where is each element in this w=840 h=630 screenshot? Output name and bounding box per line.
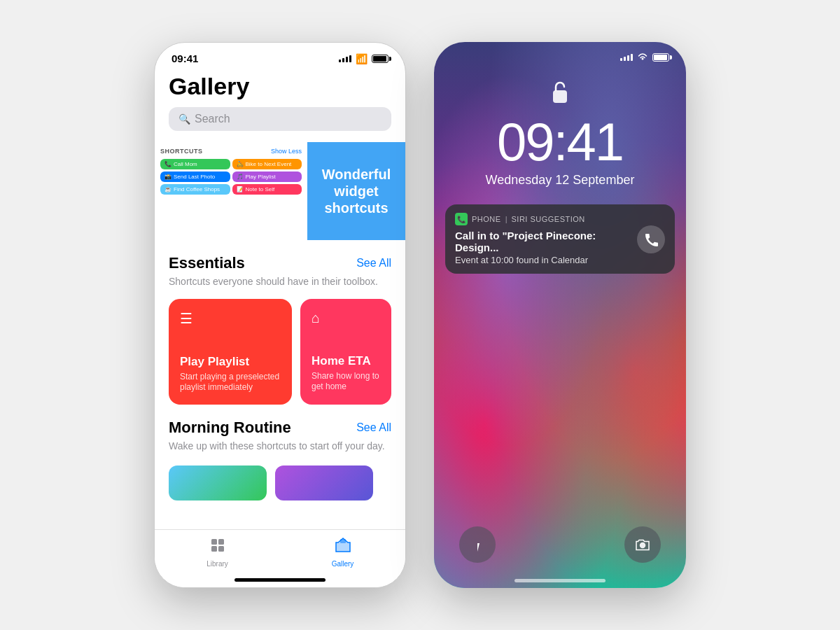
tab-gallery[interactable]: Gallery	[280, 537, 405, 568]
morning-subtitle: Wake up with these shortcuts to start of…	[155, 440, 405, 463]
signal-bar-1	[339, 59, 341, 62]
essentials-header: Essentials See All	[155, 254, 405, 275]
lock-icon	[434, 80, 686, 110]
morning-card-1[interactable]	[169, 465, 267, 500]
tab-library[interactable]: Library	[155, 537, 280, 568]
widget-btn-note[interactable]: 📝Note to Self	[232, 184, 302, 195]
svg-rect-3	[218, 546, 224, 552]
morning-cards-preview	[155, 463, 405, 505]
widget-btn-photo[interactable]: 📸Send Last Photo	[160, 172, 230, 182]
shortcut-card-home-eta[interactable]: ⌂ Home ETA Share how long to get home	[300, 299, 391, 405]
widget-buttons: 📞Call Mom 🚴Bike to Next Event 📸Send Last…	[160, 159, 302, 195]
widget-btn-call-mom[interactable]: 📞Call Mom	[160, 159, 230, 169]
widget-left: SHORTCUTS Show Less 📞Call Mom 🚴Bike to N…	[155, 142, 307, 240]
time-left: 09:41	[172, 52, 198, 64]
lock-battery-icon	[652, 53, 669, 62]
lock-signal-bar-1	[620, 58, 622, 61]
signal-bar-2	[342, 58, 344, 62]
lock-signal-bar-2	[624, 57, 626, 61]
search-placeholder: Search	[195, 113, 230, 125]
lock-status-bar	[434, 42, 686, 69]
lockscreen-content: 09:41 Wednesday 12 September 📞 PHONE | S…	[434, 42, 686, 588]
lock-wifi-icon	[637, 52, 648, 63]
widget-show-less[interactable]: Show Less	[271, 148, 302, 155]
phones-container: 09:41 📶 Gallery 🔍 Search	[154, 42, 686, 588]
search-icon: 🔍	[178, 113, 190, 125]
phone-left: 09:41 📶 Gallery 🔍 Search	[154, 42, 406, 588]
home-eta-icon: ⌂	[312, 310, 380, 326]
shortcut-cards: ☰ Play Playlist Start playing a preselec…	[155, 299, 405, 419]
svg-rect-4	[340, 539, 346, 543]
widget-shortcuts-label: SHORTCUTS	[160, 148, 203, 155]
lockscreen-bottom	[434, 526, 686, 588]
essentials-see-all[interactable]: See All	[356, 257, 391, 270]
signal-icon	[339, 55, 351, 62]
essentials-subtitle: Shortcuts everyone should have in their …	[155, 275, 405, 299]
morning-see-all[interactable]: See All	[356, 421, 391, 434]
gallery-content: Gallery 🔍 Search SHORTCUTS Show Less 📞Ca…	[155, 70, 405, 580]
gallery-tab-icon	[335, 537, 351, 558]
lock-date: Wednesday 12 September	[434, 173, 686, 188]
lock-signal-bar-4	[631, 54, 633, 61]
widget-right-text: Wonderful widget shortcuts	[318, 166, 394, 216]
svg-rect-5	[553, 90, 567, 103]
camera-button[interactable]	[624, 526, 661, 563]
home-eta-card-title: Home ETA	[312, 354, 380, 368]
phone-right: 09:41 Wednesday 12 September 📞 PHONE | S…	[434, 42, 686, 588]
widget-banner: SHORTCUTS Show Less 📞Call Mom 🚴Bike to N…	[155, 142, 405, 240]
lock-time: 09:41	[434, 115, 686, 169]
battery-icon	[372, 55, 388, 63]
playlist-icon: ☰	[180, 310, 281, 327]
widget-btn-coffee[interactable]: ☕Find Coffee Shops	[160, 184, 230, 195]
morning-card-2[interactable]	[275, 465, 373, 500]
svg-rect-0	[211, 539, 217, 545]
notif-title: Call in to "Project Pinecone: Design...	[455, 230, 637, 253]
notif-call-action[interactable]	[637, 225, 665, 253]
essentials-title: Essentials	[169, 254, 245, 272]
svg-point-6	[640, 543, 645, 548]
svg-rect-1	[218, 539, 224, 545]
widget-header: SHORTCUTS Show Less	[160, 148, 302, 155]
widget-btn-bike[interactable]: 🚴Bike to Next Event	[232, 159, 302, 169]
status-bar-left: 09:41 📶	[155, 43, 405, 70]
widget-btn-playlist[interactable]: 🎵Play Playlist	[232, 172, 302, 182]
library-tab-icon	[209, 537, 226, 558]
home-indicator-left	[234, 578, 326, 582]
shortcut-card-playlist[interactable]: ☰ Play Playlist Start playing a preselec…	[169, 299, 292, 405]
library-tab-label: Library	[206, 560, 228, 568]
playlist-card-desc: Start playing a preselected playlist imm…	[180, 372, 281, 393]
morning-title: Morning Routine	[169, 419, 291, 437]
flashlight-button[interactable]	[459, 526, 496, 563]
svg-rect-2	[211, 546, 217, 552]
widget-right: Wonderful widget shortcuts	[307, 142, 405, 240]
lock-signal-bar-3	[627, 55, 629, 61]
notif-app-name: PHONE	[472, 215, 501, 223]
notif-header: 📞 PHONE | SIRI SUGGESTION	[455, 213, 637, 225]
wifi-icon: 📶	[356, 53, 368, 64]
lock-signal-icon	[620, 54, 633, 61]
notif-separator: |	[505, 215, 507, 223]
notif-app-icon: 📞	[455, 213, 468, 225]
signal-bar-4	[349, 55, 351, 62]
search-bar[interactable]: 🔍 Search	[169, 107, 391, 131]
notif-left: 📞 PHONE | SIRI SUGGESTION Call in to "Pr…	[455, 213, 637, 265]
home-eta-card-desc: Share how long to get home	[312, 371, 380, 393]
morning-card-list	[155, 465, 387, 500]
morning-header: Morning Routine See All	[155, 419, 405, 440]
notif-type: SIRI SUGGESTION	[511, 215, 584, 223]
notif-body: Event at 10:00 found in Calendar	[455, 255, 637, 265]
playlist-card-title: Play Playlist	[180, 355, 281, 369]
signal-bar-3	[346, 57, 348, 62]
gallery-title: Gallery	[155, 70, 405, 107]
gallery-tab-label: Gallery	[332, 560, 354, 568]
notification-card[interactable]: 📞 PHONE | SIRI SUGGESTION Call in to "Pr…	[445, 204, 675, 274]
status-icons-left: 📶	[339, 53, 388, 64]
